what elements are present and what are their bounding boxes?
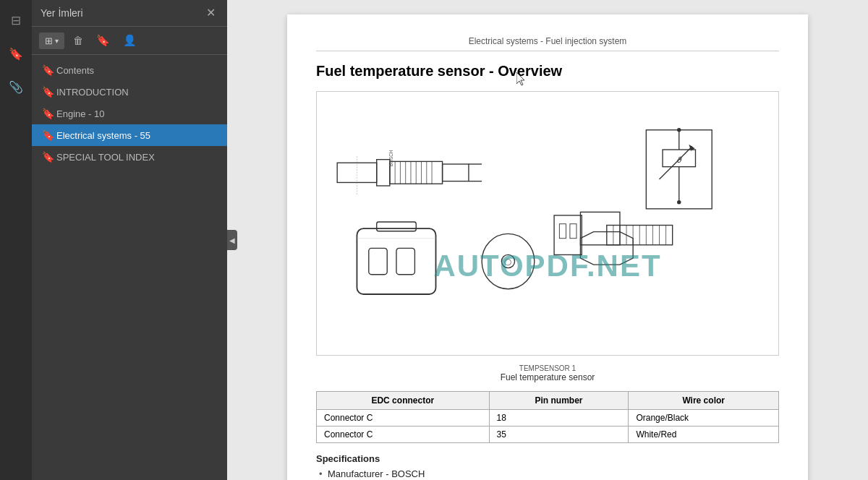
diagram-caption: Fuel temperature sensor	[316, 372, 779, 382]
table-header-wire: Wire color	[629, 392, 779, 410]
delete-icon: 🗑	[73, 35, 83, 46]
svg-rect-28	[396, 248, 414, 274]
breadcrumb: Electrical systems - Fuel injection syst…	[316, 36, 779, 51]
table-header-connector: EDC connector	[317, 392, 490, 410]
diagram-caption-area: TEMPSENSOR 1 Fuel temperature sensor	[316, 364, 779, 382]
table-cell-pin-1: 18	[489, 410, 629, 427]
bookmarks-list: 🔖 Contents 🔖 INTRODUCTION 🔖 Engine - 10 …	[32, 55, 227, 480]
specifications-section: Specifications Manufacturer - BOSCH Maxi…	[316, 453, 779, 480]
expand-icon: ⊞	[45, 35, 53, 46]
svg-line-19	[660, 146, 692, 179]
attachments-icon-btn[interactable]: 📎	[3, 74, 29, 100]
svg-rect-46	[554, 215, 582, 255]
panel-header: Yer İmleri ✕	[32, 0, 227, 27]
svg-text:ϑ: ϑ	[676, 155, 682, 164]
add-bookmark-button[interactable]: 🔖	[92, 31, 114, 50]
bookmark-item-special-tool[interactable]: 🔖 SPECIAL TOOL INDEX	[32, 146, 227, 168]
bookmark-label-electrical: Electrical systems - 55	[56, 130, 217, 141]
table-cell-pin-2: 35	[489, 427, 629, 443]
table-row: Connector C 18 Orange/Black	[317, 410, 779, 427]
bookmarks-icon-btn[interactable]: 🔖	[3, 40, 29, 67]
spec-item-manufacturer: Manufacturer - BOSCH	[328, 468, 779, 479]
user-bookmark-button[interactable]: 👤	[119, 31, 141, 50]
expand-button[interactable]: ⊞ ▾	[39, 33, 64, 49]
svg-point-23	[677, 128, 681, 132]
table-row: Connector C 35 White/Red	[317, 427, 779, 443]
svg-rect-27	[369, 248, 387, 274]
pages-icon-btn[interactable]: ⊟	[3, 7, 29, 33]
edc-connector-table: EDC connector Pin number Wire color Conn…	[316, 391, 779, 443]
specs-list: Manufacturer - BOSCH Maximum Torque - 35…	[316, 468, 779, 480]
svg-text:◯: ◯	[504, 258, 511, 266]
bookmark-item-introduction[interactable]: 🔖 INTRODUCTION	[32, 81, 227, 103]
svg-text:BOSCH: BOSCH	[388, 150, 393, 166]
bookmark-icon-special-tool: 🔖	[42, 151, 51, 163]
bookmark-item-contents[interactable]: 🔖 Contents	[32, 59, 227, 81]
bookmark-label-introduction: INTRODUCTION	[56, 87, 217, 98]
bookmark-label-engine: Engine - 10	[56, 108, 217, 119]
bookmarks-toolbar: ⊞ ▾ 🗑 🔖 👤	[32, 27, 227, 55]
fuel-sensor-diagram: BOSCH	[324, 99, 771, 345]
svg-point-24	[677, 200, 681, 204]
attachments-icon: 📎	[9, 80, 23, 94]
specs-title: Specifications	[316, 453, 779, 464]
diagram-caption-small: TEMPSENSOR 1	[316, 364, 779, 372]
page-title: Fuel temperature sensor - Overview	[316, 63, 779, 80]
svg-rect-12	[443, 164, 469, 181]
bookmark-item-electrical[interactable]: 🔖 Electrical systems - 55	[32, 124, 227, 146]
svg-rect-47	[559, 224, 566, 239]
bookmark-icon-introduction: 🔖	[42, 86, 51, 98]
page-document: Electrical systems - Fuel injection syst…	[287, 14, 808, 480]
bookmarks-icon: 🔖	[9, 47, 23, 61]
table-header-pin: Pin number	[489, 392, 629, 410]
bookmark-icon-electrical: 🔖	[42, 129, 51, 141]
pages-icon: ⊟	[11, 13, 21, 28]
bookmark-icon-contents: 🔖	[42, 64, 51, 76]
panel-title: Yer İmleri	[41, 7, 83, 19]
table-cell-connector-1: Connector C	[317, 410, 490, 427]
svg-rect-48	[570, 224, 576, 239]
bookmark-label-special-tool: SPECIAL TOOL INDEX	[56, 152, 217, 163]
svg-rect-34	[580, 212, 620, 244]
diagram-container: BOSCH	[316, 91, 779, 356]
close-panel-button[interactable]: ✕	[203, 6, 218, 20]
add-bookmark-icon: 🔖	[96, 34, 110, 46]
expand-arrow-icon: ▾	[55, 37, 59, 45]
bookmark-item-engine[interactable]: 🔖 Engine - 10	[32, 103, 227, 124]
delete-bookmark-button[interactable]: 🗑	[69, 32, 88, 49]
table-cell-wire-2: White/Red	[629, 427, 779, 443]
bookmark-label-contents: Contents	[56, 65, 217, 76]
table-cell-connector-2: Connector C	[317, 427, 490, 443]
collapse-panel-button[interactable]: ◀	[227, 230, 237, 250]
table-cell-wire-1: Orange/Black	[629, 410, 779, 427]
svg-rect-2	[377, 160, 390, 186]
svg-rect-29	[377, 222, 417, 231]
main-content: Electrical systems - Fuel injection syst…	[227, 0, 868, 480]
user-icon: 👤	[123, 34, 137, 46]
bookmark-icon-engine: 🔖	[42, 108, 51, 119]
